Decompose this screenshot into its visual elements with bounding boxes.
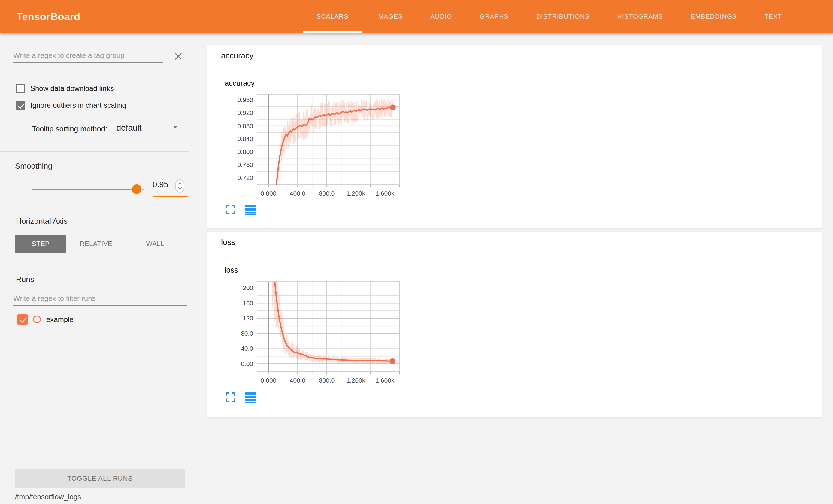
axis-wall-button[interactable]: WALL [126, 234, 185, 253]
tag-filter-input[interactable] [13, 49, 163, 63]
loss-chart-title: loss [224, 266, 238, 275]
slider-knob[interactable] [132, 184, 141, 194]
expand-chart-icon[interactable] [225, 204, 236, 215]
smoothing-value-underline [152, 196, 188, 197]
divider [0, 207, 189, 207]
show-download-links-checkbox[interactable] [16, 84, 25, 93]
run-item-example[interactable]: example [18, 314, 74, 325]
svg-text:0.760: 0.760 [237, 161, 253, 168]
svg-text:800.0: 800.0 [319, 377, 335, 384]
divider [0, 262, 189, 262]
svg-text:1.200k: 1.200k [346, 377, 365, 384]
tab-scalars[interactable]: SCALARS [303, 0, 362, 33]
accuracy-group-header[interactable]: accuracy [208, 45, 822, 67]
smoothing-slider[interactable] [32, 184, 144, 194]
smoothing-label: Smoothing [15, 161, 52, 171]
runs-table-icon[interactable] [245, 204, 256, 215]
run-checkbox[interactable] [18, 314, 28, 325]
show-download-links-label: Show data download links [30, 84, 114, 93]
accuracy-group-card: accuracy accuracy 0.000400.0800.01.200k1… [207, 45, 822, 229]
toggle-all-runs-button[interactable]: TOGGLE ALL RUNS [15, 469, 185, 488]
svg-text:1.600k: 1.600k [375, 377, 395, 384]
svg-text:0.000: 0.000 [261, 190, 277, 197]
tab-text[interactable]: TEXT [751, 0, 796, 33]
svg-text:0.840: 0.840 [237, 135, 253, 142]
svg-text:400.0: 400.0 [290, 377, 306, 384]
accuracy-chart-title: accuracy [224, 79, 255, 87]
loss-group-card: loss loss 0.000400.0800.01.200k1.600k0.0… [207, 232, 822, 418]
run-filter-input[interactable] [13, 292, 187, 306]
axis-relative-button[interactable]: RELATIVE [66, 234, 126, 253]
nav-tabs: SCALARS IMAGES AUDIO GRAPHS DISTRIBUTION… [303, 0, 796, 33]
svg-text:160: 160 [243, 300, 253, 307]
svg-text:0.000: 0.000 [261, 377, 277, 384]
run-name: example [46, 315, 74, 324]
svg-text:0.920: 0.920 [237, 109, 253, 116]
log-directory-path: /tmp/tensorflow_logs [15, 493, 81, 501]
slider-fill [32, 189, 137, 190]
show-download-links-row[interactable]: Show data download links [16, 84, 114, 93]
svg-text:80.0: 80.0 [241, 330, 253, 337]
svg-text:1.600k: 1.600k [375, 190, 395, 197]
runs-label: Runs [16, 275, 34, 284]
horizontal-axis-buttons: STEP RELATIVE WALL [15, 234, 185, 253]
accuracy-line-chart[interactable]: 0.000400.0800.01.200k1.600k0.7200.7600.8… [211, 89, 421, 206]
svg-text:0.00: 0.00 [241, 360, 253, 367]
tab-distributions[interactable]: DISTRIBUTIONS [523, 0, 603, 33]
tooltip-sorting-label: Tooltip sorting method: [32, 125, 108, 136]
smoothing-value[interactable]: 0.95 [152, 180, 175, 189]
svg-text:0.880: 0.880 [237, 122, 253, 129]
spinner-down-icon[interactable] [178, 186, 182, 190]
expand-chart-icon[interactable] [225, 392, 236, 403]
loss-chart-actions [225, 392, 256, 403]
svg-text:40.0: 40.0 [241, 345, 253, 352]
ignore-outliers-row[interactable]: Ignore outliers in chart scaling [16, 101, 126, 110]
svg-text:0.720: 0.720 [237, 174, 253, 181]
tensorboard-app: TensorBoard SCALARS IMAGES AUDIO GRAPHS … [0, 0, 833, 504]
svg-text:0.960: 0.960 [237, 96, 253, 103]
chevron-down-icon [173, 126, 178, 128]
svg-text:1.200k: 1.200k [346, 190, 365, 197]
axis-step-button[interactable]: STEP [15, 234, 66, 253]
close-icon[interactable] [173, 52, 183, 61]
svg-text:120: 120 [243, 315, 253, 322]
loss-group-header[interactable]: loss [208, 232, 822, 253]
runs-table-icon[interactable] [245, 392, 256, 403]
accuracy-group-title: accuracy [221, 51, 254, 60]
ignore-outliers-checkbox[interactable] [16, 101, 25, 110]
smoothing-value-box: 0.95 [152, 179, 189, 193]
tab-embeddings[interactable]: EMBEDDINGS [677, 0, 751, 33]
ignore-outliers-label: Ignore outliers in chart scaling [30, 101, 126, 109]
accuracy-chart-actions [225, 204, 256, 215]
loss-group-title: loss [221, 238, 235, 247]
number-spinner[interactable] [175, 179, 184, 193]
tooltip-sorting-dropdown[interactable]: default [116, 123, 178, 136]
tooltip-sorting-value: default [117, 123, 142, 133]
svg-text:800.0: 800.0 [319, 190, 335, 197]
run-color-swatch[interactable] [33, 316, 41, 323]
tab-graphs[interactable]: GRAPHS [466, 0, 523, 33]
svg-text:400.0: 400.0 [290, 190, 306, 197]
horizontal-axis-label: Horizontal Axis [16, 217, 68, 226]
app-logo: TensorBoard [17, 0, 80, 33]
tab-audio[interactable]: AUDIO [416, 0, 466, 33]
tooltip-sorting-row: Tooltip sorting method: default [32, 123, 178, 136]
svg-text:0.800: 0.800 [237, 148, 253, 155]
top-bar: TensorBoard SCALARS IMAGES AUDIO GRAPHS … [0, 0, 833, 33]
svg-text:200: 200 [243, 284, 253, 291]
settings-sidebar: Show data download links Ignore outliers… [0, 33, 197, 504]
tab-images[interactable]: IMAGES [362, 0, 416, 33]
loss-line-chart[interactable]: 0.000400.0800.01.200k1.600k0.0040.080.01… [211, 277, 421, 394]
tab-histograms[interactable]: HISTOGRAMS [603, 0, 677, 33]
